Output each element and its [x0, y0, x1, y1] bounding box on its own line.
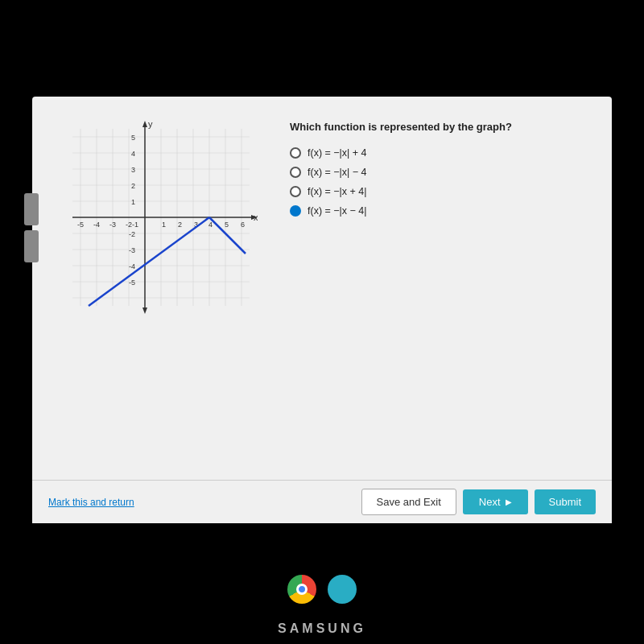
- option-b-label: f(x) = −|x| − 4: [308, 167, 367, 178]
- volume-down-button[interactable]: [24, 230, 39, 262]
- svg-text:5: 5: [225, 221, 229, 229]
- footer-buttons: Save and Exit Next Submit: [361, 489, 596, 515]
- svg-text:-3: -3: [109, 221, 116, 229]
- svg-text:-5: -5: [129, 279, 135, 287]
- samsung-label: SAMSUNG: [278, 621, 366, 636]
- y-axis-label: y: [148, 121, 153, 129]
- x-axis-label: x: [254, 213, 258, 222]
- svg-text:5: 5: [131, 134, 135, 142]
- svg-text:1: 1: [131, 198, 135, 206]
- options-list: f(x) = −|x| + 4 f(x) = −|x| − 4 f(x) = −…: [290, 147, 588, 217]
- svg-text:-3: -3: [129, 246, 135, 254]
- radio-b[interactable]: [290, 167, 301, 178]
- side-buttons: [24, 193, 39, 262]
- submit-button[interactable]: Submit: [535, 489, 596, 514]
- svg-text:2: 2: [178, 221, 182, 229]
- taskbar: [287, 575, 357, 604]
- footer-bar: Mark this and return Save and Exit Next …: [32, 480, 612, 523]
- svg-text:6: 6: [241, 221, 245, 229]
- option-d[interactable]: f(x) = −|x − 4|: [290, 205, 588, 217]
- radio-d[interactable]: [290, 205, 301, 217]
- graph-container: x y -5 -4 -3 -2 -1 1 2 3 4 5 6: [64, 121, 258, 317]
- svg-text:-1: -1: [132, 221, 138, 229]
- option-c[interactable]: f(x) = −|x + 4|: [290, 186, 588, 197]
- svg-text:-5: -5: [77, 221, 84, 229]
- graph-section: x y -5 -4 -3 -2 -1 1 2 3 4 5 6: [56, 113, 266, 472]
- svg-text:-4: -4: [93, 221, 100, 229]
- question-section: Which function is represented by the gra…: [290, 113, 588, 472]
- quiz-screen: x y -5 -4 -3 -2 -1 1 2 3 4 5 6: [32, 97, 612, 523]
- volume-up-button[interactable]: [24, 193, 39, 225]
- svg-text:4: 4: [208, 221, 213, 229]
- radio-a[interactable]: [290, 147, 301, 159]
- svg-text:-2: -2: [126, 221, 132, 229]
- svg-text:2: 2: [131, 182, 135, 190]
- option-c-label: f(x) = −|x + 4|: [308, 186, 367, 197]
- svg-text:1: 1: [162, 221, 166, 229]
- files-icon[interactable]: [328, 575, 357, 604]
- option-a[interactable]: f(x) = −|x| + 4: [290, 147, 588, 159]
- radio-c[interactable]: [290, 186, 301, 197]
- svg-text:4: 4: [131, 150, 135, 158]
- svg-marker-25: [142, 121, 147, 127]
- mark-return-link[interactable]: Mark this and return: [48, 497, 134, 508]
- save-exit-button[interactable]: Save and Exit: [361, 489, 456, 515]
- chrome-center: [296, 584, 308, 595]
- question-text: Which function is represented by the gra…: [290, 121, 588, 133]
- svg-text:-4: -4: [129, 262, 135, 270]
- svg-line-47: [89, 217, 209, 306]
- content-area: x y -5 -4 -3 -2 -1 1 2 3 4 5 6: [32, 97, 612, 480]
- option-a-label: f(x) = −|x| + 4: [308, 147, 367, 159]
- svg-marker-26: [142, 308, 147, 314]
- svg-text:-2: -2: [129, 230, 135, 238]
- chrome-icon[interactable]: [287, 575, 316, 604]
- next-button[interactable]: Next: [463, 489, 528, 514]
- option-b[interactable]: f(x) = −|x| − 4: [290, 167, 588, 178]
- option-d-label: f(x) = −|x − 4|: [308, 205, 367, 217]
- coordinate-graph: x y -5 -4 -3 -2 -1 1 2 3 4 5 6: [64, 121, 258, 314]
- svg-text:3: 3: [131, 166, 135, 174]
